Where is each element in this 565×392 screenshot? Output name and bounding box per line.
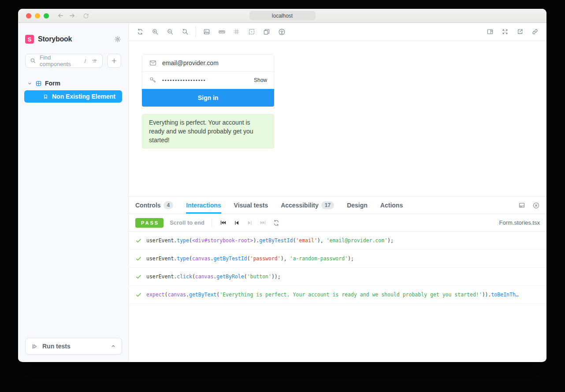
component-icon: [35, 80, 42, 87]
interaction-code: userEvent.type(canvas.getByTestId('passw…: [146, 255, 354, 262]
measure-icon[interactable]: [216, 26, 228, 38]
story-canvas: email@provider.com ••••••••••••••••• Sho…: [129, 41, 546, 196]
toolbar-divider: [212, 218, 212, 227]
open-external-icon[interactable]: [514, 26, 526, 38]
scroll-to-end-button[interactable]: Scroll to end: [170, 219, 204, 226]
panel-position-icon[interactable]: [484, 26, 496, 38]
tab-controls[interactable]: Controls 4: [135, 197, 173, 214]
interaction-row[interactable]: userEvent.type(canvas.getByTestId('passw…: [129, 250, 546, 268]
sidebar-item-non-existing-element[interactable]: Non Existing Element: [24, 90, 122, 103]
key-icon: [149, 76, 157, 84]
tab-accessibility[interactable]: Accessibility 17: [281, 197, 334, 214]
sidebar: S Storybook Find components /: [18, 23, 129, 362]
link-icon[interactable]: [529, 26, 541, 38]
brand-row: S Storybook: [18, 34, 128, 44]
panel-bottom-icon[interactable]: [518, 202, 525, 209]
check-icon: [135, 292, 142, 298]
story-file-name: Form.stories.tsx: [499, 219, 540, 226]
chevron-down-icon: [27, 81, 32, 86]
filter-icon[interactable]: [91, 58, 98, 64]
tree-group-form[interactable]: Form: [24, 78, 122, 89]
interactions-toolbar: PASS Scroll to end: [129, 214, 546, 232]
accessibility-count-badge: 17: [321, 201, 334, 209]
plus-icon: [111, 57, 118, 64]
close-panel-icon[interactable]: [532, 202, 540, 209]
sign-in-button[interactable]: Sign in: [142, 89, 274, 107]
close-window-button[interactable]: [26, 13, 31, 18]
add-button[interactable]: [107, 54, 121, 68]
back-arrow-icon[interactable]: [57, 12, 64, 19]
story-label: Non Existing Element: [52, 93, 115, 100]
play-tests-icon: [31, 343, 38, 350]
remount-icon[interactable]: [134, 26, 146, 38]
run-tests-button[interactable]: Run tests: [25, 338, 122, 355]
go-to-start-icon[interactable]: [218, 217, 229, 229]
accessibility-icon[interactable]: [275, 26, 288, 38]
email-field[interactable]: email@provider.com: [142, 54, 274, 72]
url-bar[interactable]: localhost: [249, 11, 316, 20]
zoom-window-button[interactable]: [44, 13, 49, 18]
email-value: email@provider.com: [162, 59, 219, 67]
search-placeholder: Find components: [40, 54, 81, 67]
addon-panel: Controls 4 Interactions Visual tests Acc…: [129, 196, 546, 362]
toolbar-divider: [196, 26, 196, 37]
interaction-code: expect(canvas.getByText('Everything is p…: [146, 292, 519, 298]
tree-group-label: Form: [45, 80, 60, 87]
tab-visual-tests[interactable]: Visual tests: [234, 197, 268, 214]
fullscreen-icon[interactable]: [499, 26, 511, 38]
success-message: Everything is perfect. Your account is r…: [142, 114, 274, 148]
step-back-icon[interactable]: [231, 217, 242, 229]
traffic-lights: [26, 13, 49, 18]
grid-icon[interactable]: [230, 26, 243, 38]
interaction-row[interactable]: userEvent.click(canvas.getByRole('button…: [129, 268, 546, 286]
go-to-end-icon[interactable]: [257, 217, 269, 229]
password-mask: •••••••••••••••••: [162, 78, 249, 83]
background-icon[interactable]: [201, 26, 213, 38]
browser-titlebar: localhost: [18, 9, 546, 23]
interaction-code: userEvent.click(canvas.getByRole('button…: [146, 274, 281, 280]
search-icon: [30, 58, 36, 64]
check-icon: [135, 255, 142, 262]
component-tree: Form Non Existing Element: [18, 78, 128, 103]
status-badge: PASS: [135, 218, 164, 228]
forward-arrow-icon[interactable]: [68, 12, 76, 19]
viewport-icon[interactable]: [260, 26, 273, 38]
run-tests-label: Run tests: [42, 343, 71, 350]
outline-icon[interactable]: [245, 26, 258, 38]
tab-design[interactable]: Design: [347, 197, 368, 214]
check-icon: [135, 237, 142, 244]
storybook-logo-icon: S: [25, 35, 34, 44]
check-icon: [135, 274, 142, 280]
show-password-button[interactable]: Show: [254, 77, 267, 83]
rerun-icon[interactable]: [271, 217, 282, 229]
search-shortcut: /: [84, 58, 86, 64]
login-form: email@provider.com ••••••••••••••••• Sho…: [142, 54, 274, 107]
zoom-in-icon[interactable]: [149, 26, 161, 38]
interaction-row[interactable]: expect(canvas.getByText('Everything is p…: [129, 286, 546, 304]
search-input[interactable]: Find components /: [25, 54, 103, 68]
interaction-code: userEvent.type(<div#storybook-root>).get…: [146, 237, 394, 244]
tab-interactions[interactable]: Interactions: [186, 197, 221, 214]
step-forward-icon[interactable]: [244, 217, 256, 229]
reload-icon[interactable]: [82, 12, 89, 19]
gear-icon[interactable]: [114, 36, 121, 43]
browser-window: localhost S Storybook Find components /: [18, 9, 546, 362]
brand-name: Storybook: [38, 35, 72, 43]
controls-count-badge: 4: [164, 201, 174, 209]
interaction-list: userEvent.type(<div#storybook-root>).get…: [129, 232, 546, 362]
canvas-toolbar: [129, 23, 546, 41]
password-field[interactable]: ••••••••••••••••• Show: [142, 71, 274, 89]
minimize-window-button[interactable]: [35, 13, 40, 18]
bookmark-icon: [43, 94, 48, 100]
tab-actions[interactable]: Actions: [380, 197, 403, 214]
zoom-reset-icon[interactable]: [179, 26, 191, 38]
preview-area: email@provider.com ••••••••••••••••• Sho…: [129, 23, 546, 362]
panel-tabbar: Controls 4 Interactions Visual tests Acc…: [129, 196, 546, 214]
chevron-up-icon[interactable]: [111, 344, 116, 349]
mail-icon: [149, 59, 157, 67]
interaction-row[interactable]: userEvent.type(<div#storybook-root>).get…: [129, 232, 546, 250]
zoom-out-icon[interactable]: [164, 26, 176, 38]
